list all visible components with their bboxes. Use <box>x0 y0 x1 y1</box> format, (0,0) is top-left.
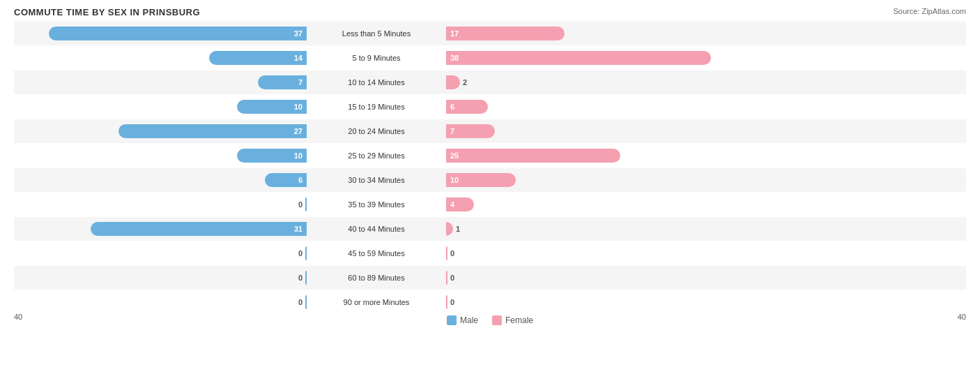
female-value-inside: 4 <box>450 200 454 209</box>
legend: Male Female <box>447 315 533 325</box>
table-row: 27 27 20 to 24 Minutes 7 7 <box>14 119 966 143</box>
male-value-inside: 6 <box>298 176 303 184</box>
table-row: 10 10 25 to 29 Minutes 25 25 <box>14 144 966 167</box>
legend-female: Female <box>492 315 533 325</box>
right-bar-area: 2 <box>446 70 739 94</box>
male-bar-zero <box>305 246 307 260</box>
row-label: 40 to 44 Minutes <box>307 225 446 233</box>
right-bar-area: 0 <box>446 290 739 314</box>
row-label: 20 to 24 Minutes <box>307 127 446 135</box>
chart-area: 37 37 Less than 5 Minutes 17 17 14 14 <box>14 22 966 310</box>
male-value-inside: 10 <box>294 103 303 111</box>
female-value-inside: 10 <box>450 176 459 184</box>
female-bar: 17 <box>446 27 565 40</box>
female-bar <box>446 75 460 89</box>
left-bar-area: 14 14 <box>14 46 307 70</box>
male-value-inside: 14 <box>294 54 303 62</box>
axis-right-label: 40 <box>958 313 966 325</box>
row-label: 30 to 34 Minutes <box>307 176 446 184</box>
right-bar-area: 0 <box>446 266 739 290</box>
female-bar-zero <box>446 246 447 260</box>
left-bar-area: 31 31 <box>14 217 307 241</box>
right-bar-area: 10 10 <box>446 168 739 192</box>
female-value-zero: 0 <box>450 249 454 258</box>
row-label: 15 to 19 Minutes <box>307 103 446 111</box>
male-bar: 10 <box>237 149 307 163</box>
axis-left-label: 40 <box>14 313 22 325</box>
male-bar: 27 <box>118 124 307 138</box>
legend-male: Male <box>447 315 478 325</box>
male-bar: 14 <box>209 51 307 65</box>
right-bar-area: 38 38 <box>446 46 739 70</box>
female-bar: 4 <box>446 198 474 211</box>
male-bar: 10 <box>237 100 307 114</box>
male-bar: 6 <box>265 173 307 187</box>
left-bar-area: 0 <box>14 193 307 216</box>
left-bar-area: 37 37 <box>14 22 307 45</box>
row-label: 90 or more Minutes <box>307 298 446 306</box>
female-bar: 6 <box>446 100 488 114</box>
table-row: 0 45 to 59 Minutes 0 <box>14 241 966 265</box>
table-row: 0 35 to 39 Minutes 4 4 <box>14 193 966 216</box>
table-row: 0 60 to 89 Minutes 0 <box>14 266 966 290</box>
right-bar-area: 25 25 <box>446 144 739 167</box>
male-bar: 7 <box>258 75 307 89</box>
left-bar-area: 7 7 <box>14 70 307 94</box>
chart-container: COMMUTE TIME BY SEX IN PRINSBURG Source:… <box>0 0 980 365</box>
female-value-inside: 25 <box>450 151 459 160</box>
row-label: 60 to 89 Minutes <box>307 274 446 282</box>
table-row: 31 31 40 to 44 Minutes 1 <box>14 217 966 241</box>
female-bar-zero <box>446 271 447 285</box>
female-value-zero: 0 <box>450 274 454 282</box>
male-bar: 37 <box>49 27 307 40</box>
female-value-inside: 7 <box>450 127 454 135</box>
female-value-inside: 17 <box>450 29 459 38</box>
male-bar-zero <box>305 295 307 309</box>
legend-male-label: Male <box>460 315 478 325</box>
row-label: 35 to 39 Minutes <box>307 200 446 209</box>
table-row: 7 7 10 to 14 Minutes 2 <box>14 70 966 94</box>
left-bar-area: 0 <box>14 266 307 290</box>
legend-female-label: Female <box>505 315 533 325</box>
right-bar-area: 0 <box>446 241 739 265</box>
male-value-zero: 0 <box>298 200 303 209</box>
left-bar-area: 10 10 <box>14 144 307 167</box>
female-value-inside: 6 <box>450 103 454 111</box>
female-bar: 7 <box>446 124 495 138</box>
male-color-swatch <box>447 315 457 325</box>
left-bar-area: 10 10 <box>14 95 307 119</box>
female-bar <box>446 222 453 236</box>
table-row: 6 6 30 to 34 Minutes 10 10 <box>14 168 966 192</box>
male-bar: 31 <box>91 222 307 236</box>
right-bar-area: 17 17 <box>446 22 739 45</box>
left-bar-area: 6 6 <box>14 168 307 192</box>
female-bar-zero <box>446 295 447 309</box>
table-row: 0 90 or more Minutes 0 <box>14 290 966 314</box>
table-row: 14 14 5 to 9 Minutes 38 38 <box>14 46 966 70</box>
female-value: 2 <box>463 78 467 87</box>
left-bar-area: 0 <box>14 241 307 265</box>
right-bar-area: 6 6 <box>446 95 739 119</box>
right-bar-area: 7 7 <box>446 119 739 143</box>
male-bar-zero <box>305 198 307 211</box>
left-bar-area: 27 27 <box>14 119 307 143</box>
male-value-zero: 0 <box>298 274 303 282</box>
male-value-inside: 7 <box>298 78 303 87</box>
male-value-zero: 0 <box>298 298 303 306</box>
row-label: Less than 5 Minutes <box>307 29 446 38</box>
female-bar: 38 <box>446 51 711 65</box>
male-value-inside: 31 <box>294 225 303 233</box>
row-label: 5 to 9 Minutes <box>307 54 446 62</box>
male-value-zero: 0 <box>298 249 303 258</box>
female-value-zero: 0 <box>450 298 454 306</box>
chart-title: COMMUTE TIME BY SEX IN PRINSBURG <box>14 7 966 17</box>
female-color-swatch <box>492 315 502 325</box>
female-value-inside: 38 <box>450 54 459 62</box>
male-value-inside: 10 <box>294 151 303 160</box>
right-bar-area: 4 4 <box>446 193 739 216</box>
female-bar: 10 <box>446 173 516 187</box>
row-label: 45 to 59 Minutes <box>307 249 446 258</box>
right-bar-area: 1 <box>446 217 739 241</box>
female-value: 1 <box>456 225 460 233</box>
male-value-inside: 27 <box>294 127 303 135</box>
